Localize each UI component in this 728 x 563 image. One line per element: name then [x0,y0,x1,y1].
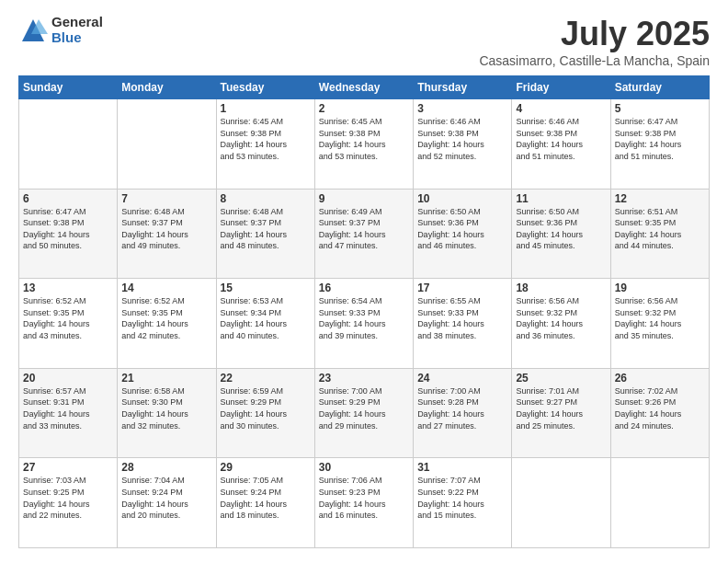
calendar-cell: 2Sunrise: 6:45 AM Sunset: 9:38 PM Daylig… [314,99,413,190]
day-number: 18 [516,282,606,294]
day-number: 6 [23,192,113,205]
day-info: Sunrise: 6:58 AM Sunset: 9:30 PM Dayligh… [121,385,211,431]
calendar-cell: 14Sunrise: 6:52 AM Sunset: 9:35 PM Dayli… [118,279,216,369]
day-info: Sunrise: 6:56 AM Sunset: 9:32 PM Dayligh… [516,295,606,341]
calendar-cell: 30Sunrise: 7:06 AM Sunset: 9:23 PM Dayli… [314,458,413,548]
day-number: 25 [516,372,606,385]
calendar-cell: 15Sunrise: 6:53 AM Sunset: 9:34 PM Dayli… [216,279,314,369]
col-header-thursday: Thursday [414,76,512,99]
calendar-cell [512,458,610,548]
day-number: 3 [417,102,507,115]
day-info: Sunrise: 6:59 AM Sunset: 9:29 PM Dayligh… [221,385,311,431]
day-number: 10 [417,192,507,205]
calendar-cell: 22Sunrise: 6:59 AM Sunset: 9:29 PM Dayli… [216,368,314,458]
col-header-sunday: Sunday [19,76,118,99]
day-info: Sunrise: 6:47 AM Sunset: 9:38 PM Dayligh… [23,206,113,252]
calendar-table: SundayMondayTuesdayWednesdayThursdayFrid… [18,75,710,548]
calendar-cell [19,99,118,190]
day-number: 13 [23,282,113,294]
day-info: Sunrise: 6:50 AM Sunset: 9:36 PM Dayligh… [417,206,507,252]
calendar-cell: 1Sunrise: 6:45 AM Sunset: 9:38 PM Daylig… [216,99,314,190]
col-header-wednesday: Wednesday [314,76,413,99]
calendar-cell: 8Sunrise: 6:48 AM Sunset: 9:37 PM Daylig… [216,189,314,279]
day-info: Sunrise: 6:54 AM Sunset: 9:33 PM Dayligh… [319,295,409,341]
logo-icon [18,16,48,45]
calendar-cell: 27Sunrise: 7:03 AM Sunset: 9:25 PM Dayli… [19,458,118,548]
day-info: Sunrise: 7:06 AM Sunset: 9:23 PM Dayligh… [319,475,409,521]
day-number: 1 [221,102,311,115]
calendar-cell: 24Sunrise: 7:00 AM Sunset: 9:28 PM Dayli… [414,368,512,458]
day-info: Sunrise: 6:50 AM Sunset: 9:36 PM Dayligh… [516,206,606,252]
day-number: 5 [615,102,705,115]
logo-blue: Blue [51,30,103,46]
calendar-cell: 25Sunrise: 7:01 AM Sunset: 9:27 PM Dayli… [512,368,610,458]
calendar-cell: 21Sunrise: 6:58 AM Sunset: 9:30 PM Dayli… [118,368,216,458]
calendar-cell: 17Sunrise: 6:55 AM Sunset: 9:33 PM Dayli… [414,279,512,369]
calendar-cell: 9Sunrise: 6:49 AM Sunset: 9:37 PM Daylig… [314,189,413,279]
day-number: 9 [319,192,409,205]
day-number: 20 [23,372,113,385]
day-info: Sunrise: 7:00 AM Sunset: 9:28 PM Dayligh… [417,385,507,431]
calendar-cell: 5Sunrise: 6:47 AM Sunset: 9:38 PM Daylig… [610,99,709,190]
page: General Blue July 2025 Casasimarro, Cast… [0,0,728,563]
day-number: 24 [417,372,507,385]
day-info: Sunrise: 6:56 AM Sunset: 9:32 PM Dayligh… [615,295,705,341]
main-title: July 2025 [479,15,710,53]
subtitle: Casasimarro, Castille-La Mancha, Spain [479,53,710,68]
day-info: Sunrise: 7:01 AM Sunset: 9:27 PM Dayligh… [516,385,606,431]
calendar-cell: 3Sunrise: 6:46 AM Sunset: 9:38 PM Daylig… [414,99,512,190]
calendar-cell: 26Sunrise: 7:02 AM Sunset: 9:26 PM Dayli… [610,368,709,458]
day-info: Sunrise: 7:07 AM Sunset: 9:22 PM Dayligh… [417,475,507,521]
calendar-cell: 13Sunrise: 6:52 AM Sunset: 9:35 PM Dayli… [19,279,118,369]
calendar-cell: 11Sunrise: 6:50 AM Sunset: 9:36 PM Dayli… [512,189,610,279]
day-info: Sunrise: 7:04 AM Sunset: 9:24 PM Dayligh… [121,475,211,521]
day-number: 26 [615,372,705,385]
calendar-cell: 19Sunrise: 6:56 AM Sunset: 9:32 PM Dayli… [610,279,709,369]
day-info: Sunrise: 6:48 AM Sunset: 9:37 PM Dayligh… [221,206,311,252]
calendar-cell: 18Sunrise: 6:56 AM Sunset: 9:32 PM Dayli… [512,279,610,369]
day-number: 22 [221,372,311,385]
logo: General Blue [18,15,103,45]
calendar-cell: 12Sunrise: 6:51 AM Sunset: 9:35 PM Dayli… [610,189,709,279]
day-info: Sunrise: 6:51 AM Sunset: 9:35 PM Dayligh… [615,206,705,252]
day-number: 30 [319,461,409,474]
day-number: 19 [615,282,705,294]
day-number: 4 [516,102,606,115]
day-info: Sunrise: 7:03 AM Sunset: 9:25 PM Dayligh… [23,475,113,521]
day-number: 27 [23,461,113,474]
calendar-cell: 16Sunrise: 6:54 AM Sunset: 9:33 PM Dayli… [314,279,413,369]
day-number: 16 [319,282,409,294]
day-number: 2 [319,102,409,115]
day-info: Sunrise: 6:57 AM Sunset: 9:31 PM Dayligh… [23,385,113,431]
day-info: Sunrise: 6:46 AM Sunset: 9:38 PM Dayligh… [417,116,507,162]
day-number: 11 [516,192,606,205]
calendar-cell: 20Sunrise: 6:57 AM Sunset: 9:31 PM Dayli… [19,368,118,458]
calendar-cell: 10Sunrise: 6:50 AM Sunset: 9:36 PM Dayli… [414,189,512,279]
calendar-cell: 23Sunrise: 7:00 AM Sunset: 9:29 PM Dayli… [314,368,413,458]
calendar-cell: 31Sunrise: 7:07 AM Sunset: 9:22 PM Dayli… [414,458,512,548]
day-number: 8 [221,192,311,205]
day-number: 7 [121,192,211,205]
day-info: Sunrise: 6:53 AM Sunset: 9:34 PM Dayligh… [221,295,311,341]
logo-text: General Blue [51,15,103,45]
day-info: Sunrise: 6:52 AM Sunset: 9:35 PM Dayligh… [23,295,113,341]
calendar-cell: 4Sunrise: 6:46 AM Sunset: 9:38 PM Daylig… [512,99,610,190]
day-info: Sunrise: 6:45 AM Sunset: 9:38 PM Dayligh… [221,116,311,162]
day-number: 21 [121,372,211,385]
day-number: 29 [221,461,311,474]
day-info: Sunrise: 6:52 AM Sunset: 9:35 PM Dayligh… [121,295,211,341]
col-header-tuesday: Tuesday [216,76,314,99]
logo-general: General [51,15,103,30]
col-header-friday: Friday [512,76,610,99]
header: General Blue July 2025 Casasimarro, Cast… [18,15,710,68]
day-number: 14 [121,282,211,294]
day-info: Sunrise: 7:00 AM Sunset: 9:29 PM Dayligh… [319,385,409,431]
calendar-cell [118,99,216,190]
day-number: 23 [319,372,409,385]
col-header-monday: Monday [118,76,216,99]
col-header-saturday: Saturday [610,76,709,99]
day-info: Sunrise: 6:47 AM Sunset: 9:38 PM Dayligh… [615,116,705,162]
day-info: Sunrise: 6:55 AM Sunset: 9:33 PM Dayligh… [417,295,507,341]
day-number: 31 [417,461,507,474]
day-info: Sunrise: 6:48 AM Sunset: 9:37 PM Dayligh… [121,206,211,252]
